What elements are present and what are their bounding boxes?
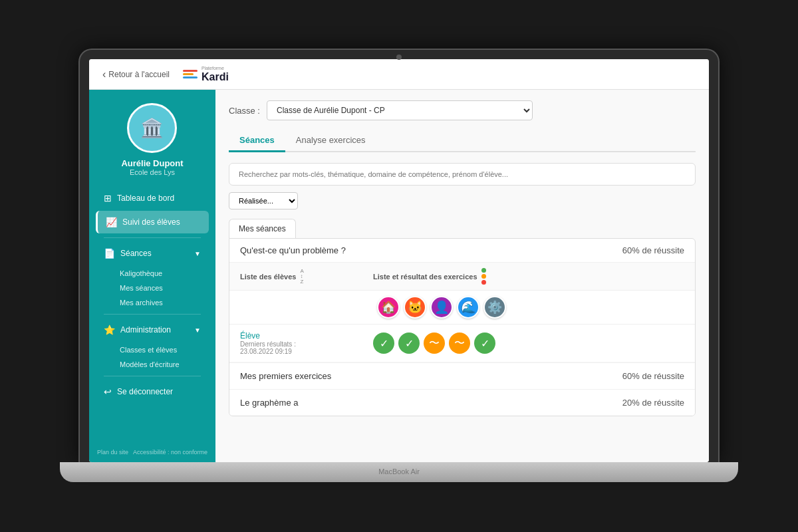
sidebar-nav: ⊞ Tableau de bord 📈 Suivi des élèves 📄 S… — [89, 187, 215, 404]
result-5: ✓ — [474, 332, 495, 354]
result-2: ✓ — [398, 332, 420, 354]
classe-label: Classe : — [229, 106, 260, 116]
session-2-title: Mes premiers exercices — [240, 371, 331, 381]
sidebar-item-label-deconnect: Se déconnecter — [117, 387, 173, 396]
session-3-row: Le graphème a 20% de réussite — [229, 389, 695, 416]
eleves-col-header: Liste des élèves A ↕ Z — [240, 269, 373, 285]
logo-text: Plateforme Kardi — [201, 66, 229, 82]
sidebar: 🏛️ Aurélie Dupont Ecole des Lys ⊞ Tablea… — [89, 90, 215, 462]
footer-plan[interactable]: Plan du site — [97, 449, 128, 456]
results-row: ✓ ✓ 〜 〜 ✓ — [373, 332, 495, 354]
classe-select[interactable]: Classe de Aurélie Dupont - CP — [267, 100, 533, 120]
eleve-name[interactable]: Élève — [240, 331, 373, 340]
session-3-title: Le graphème a — [240, 398, 298, 408]
logo-line-red — [183, 70, 198, 72]
filter-select[interactable]: Réalisée... Toutes Réalisée Non réalisée — [229, 192, 298, 209]
student-avatar-2[interactable]: 🐱 — [404, 296, 426, 319]
avatar-area: 🏛️ Aurélie Dupont Ecole des Lys — [121, 103, 183, 176]
admin-arrow-icon: ▼ — [194, 327, 201, 334]
content-area: Classe : Classe de Aurélie Dupont - CP S… — [215, 90, 709, 462]
sidebar-sub-admin: Classes et élèves Modèles d'écriture — [96, 342, 209, 372]
tabs-row: Séances Analyse exercices — [229, 130, 696, 152]
logout-icon: ↩ — [104, 386, 112, 397]
student-avatar-4[interactable]: 🌊 — [457, 296, 479, 319]
result-3: 〜 — [424, 332, 445, 354]
document-icon: 📄 — [104, 248, 115, 259]
back-link[interactable]: Retour à l'accueil — [102, 68, 170, 80]
session-1-header: Qu'est-ce qu'un problème ? 60% de réussi… — [229, 239, 695, 263]
student-avatar-1[interactable]: 🏠 — [377, 296, 400, 319]
logo-big-text: Kardi — [201, 71, 229, 83]
result-4: 〜 — [449, 332, 470, 354]
sessions-container: Qu'est-ce qu'un problème ? 60% de réussi… — [229, 238, 696, 416]
sidebar-item-label-seances: Séances — [120, 249, 152, 258]
session-2-score: 60% de réussite — [622, 371, 684, 381]
star-icon: ⭐ — [104, 325, 115, 335]
logo-lines — [183, 70, 198, 78]
classe-row: Classe : Classe de Aurélie Dupont - CP — [229, 100, 696, 120]
table-header: Liste des élèves A ↕ Z Liste et résultat… — [229, 263, 695, 291]
dot-green — [481, 268, 486, 273]
sidebar-item-label-suivi: Suivi des élèves — [122, 217, 180, 227]
exercises-col-label: Liste et résultat des exercices — [373, 273, 477, 281]
spacer — [240, 296, 373, 319]
logo-area: Plateforme Kardi — [183, 66, 229, 82]
table-row: Élève Derniers résultats : 23.08.2022 09… — [229, 325, 695, 362]
sidebar-item-seances[interactable]: 📄 Séances ▼ — [96, 242, 209, 265]
result-1: ✓ — [373, 332, 394, 354]
logo-line-orange — [183, 73, 194, 75]
avatars-row: 🏠 🐱 👤 🌊 ⚙️ — [229, 291, 695, 325]
sidebar-item-label-admin: Administration — [120, 325, 171, 334]
session-1-title: Qu'est-ce qu'un problème ? — [240, 245, 622, 255]
sidebar-divider-1 — [104, 237, 201, 238]
sort-arrows[interactable]: A ↕ Z — [300, 269, 303, 285]
mes-seances-tab[interactable]: Mes séances — [229, 219, 296, 238]
sidebar-item-suivi[interactable]: 📈 Suivi des élèves — [96, 211, 209, 233]
sidebar-item-deconnect[interactable]: ↩ Se déconnecter — [96, 380, 209, 403]
seances-arrow-icon: ▼ — [194, 250, 201, 257]
chart-icon: 📈 — [106, 217, 117, 227]
exercises-col-header: Liste et résultat des exercices — [373, 268, 684, 285]
logo-line-blue — [183, 76, 198, 78]
dot-red — [481, 280, 486, 285]
user-school: Ecole des Lys — [130, 168, 175, 176]
session-2-row: Mes premiers exercices 60% de réussite — [229, 362, 695, 389]
sidebar-item-mes-seances[interactable]: Mes séances — [114, 281, 209, 295]
tab-seances[interactable]: Séances — [229, 130, 285, 152]
session-1-score: 60% de réussite — [622, 245, 684, 255]
main-layout: 🏛️ Aurélie Dupont Ecole des Lys ⊞ Tablea… — [89, 90, 709, 462]
dot-orange — [481, 274, 486, 279]
sidebar-sub-seances: Kaligothèque Mes séances Mes archives — [96, 266, 209, 310]
sidebar-footer: Plan du site Accessibilité : non conform… — [90, 442, 214, 462]
eleve-info: Élève Derniers résultats : 23.08.2022 09… — [240, 331, 373, 355]
user-name: Aurélie Dupont — [121, 158, 183, 168]
sidebar-item-label-tableau: Tableau de bord — [117, 194, 174, 203]
logo-small-text: Plateforme — [201, 66, 229, 71]
filter-row: Réalisée... Toutes Réalisée Non réalisée — [229, 192, 696, 209]
student-avatar-5[interactable]: ⚙️ — [483, 296, 506, 319]
sidebar-item-modeles[interactable]: Modèles d'écriture — [114, 357, 209, 372]
sidebar-item-mes-archives[interactable]: Mes archives — [114, 295, 209, 310]
exercise-dots — [481, 268, 486, 285]
student-avatar-3[interactable]: 👤 — [430, 296, 453, 319]
eleve-date: 23.08.2022 09:19 — [240, 348, 373, 355]
avatar: 🏛️ — [127, 103, 177, 153]
footer-accessibility: Accessibilité : non conforme — [133, 449, 207, 456]
sidebar-item-admin[interactable]: ⭐ Administration ▼ — [96, 319, 209, 341]
student-avatars: 🏠 🐱 👤 🌊 ⚙️ — [377, 296, 506, 319]
sidebar-divider-2 — [104, 314, 201, 315]
sidebar-item-classes[interactable]: Classes et élèves — [114, 342, 209, 357]
sidebar-divider-3 — [104, 376, 201, 376]
eleves-col-label: Liste des élèves — [240, 273, 296, 281]
session-3-score: 20% de réussite — [622, 398, 684, 408]
search-input[interactable] — [229, 163, 696, 186]
top-bar: Retour à l'accueil Plateforme Kardi — [89, 59, 709, 90]
eleve-date-label: Derniers résultats : — [240, 340, 373, 348]
sidebar-item-tableau[interactable]: ⊞ Tableau de bord — [96, 187, 209, 209]
grid-icon: ⊞ — [104, 193, 112, 203]
sidebar-item-kaligoth[interactable]: Kaligothèque — [114, 266, 209, 281]
tab-analyse[interactable]: Analyse exercices — [285, 130, 376, 152]
